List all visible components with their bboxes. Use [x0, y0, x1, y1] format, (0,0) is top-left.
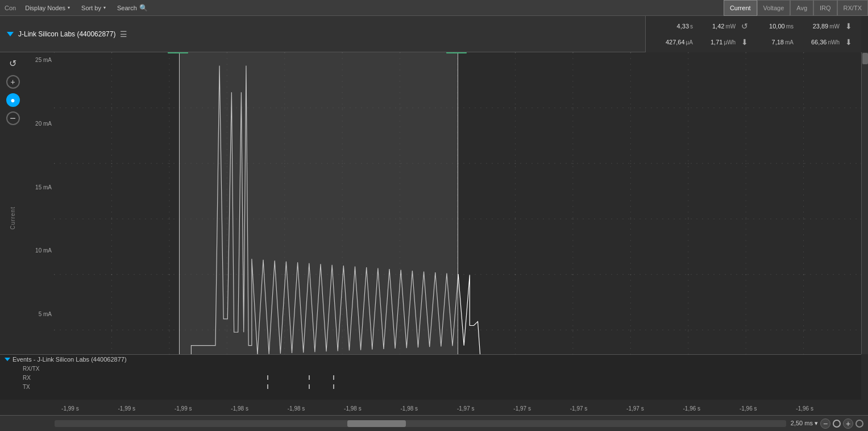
zoom-control: 2,50 ms ▾ − +: [791, 418, 863, 429]
tx-tick-1: [267, 384, 268, 389]
mode-current-btn[interactable]: Current: [724, 0, 757, 16]
device-collapse-btn[interactable]: [7, 32, 14, 36]
reset-zoom-btn[interactable]: ↺: [6, 57, 20, 71]
left-controls: ↺ + ● −: [0, 52, 26, 125]
x-label-12: -1,96 s: [740, 405, 757, 412]
x-label-9: -1,97 s: [570, 405, 588, 412]
display-nodes-btn[interactable]: Display Nodes ▾: [23, 3, 72, 13]
sort-by-chevron: ▾: [103, 5, 106, 10]
x-label-0: -1,99 s: [61, 405, 79, 412]
mode-rxtx-btn[interactable]: RX/TX: [837, 0, 868, 16]
toolbar: Con Display Nodes ▾ Sort by ▾ Search 🔍 C…: [0, 0, 868, 16]
search-icon: 🔍: [139, 4, 148, 12]
zoom-plus-btn[interactable]: +: [843, 418, 853, 429]
events-collapse-btn[interactable]: [5, 358, 10, 361]
stat-current2: 7,18mA: [755, 39, 794, 45]
events-header: Events - J-Link Silicon Labs (440062877): [0, 355, 861, 364]
tx-row: TX: [23, 382, 861, 391]
display-nodes-chevron: ▾: [68, 5, 70, 10]
x-label-8: -1,97 s: [513, 405, 531, 412]
x-label-10: -1,97 s: [626, 405, 644, 412]
x-label-5: -1,98 s: [344, 405, 362, 412]
events-bar: Events - J-Link Silicon Labs (440062877)…: [0, 354, 861, 400]
rxtx-label: RX/TX: [23, 366, 43, 372]
tx-label: TX: [23, 384, 34, 390]
stat-energy2: 66,36nWh: [797, 39, 840, 45]
reset-icon[interactable]: ↺: [739, 20, 750, 32]
chart-canvas[interactable]: -1,99 s -1,98 s: [0, 52, 861, 386]
x-label-7: -1,97 s: [457, 405, 475, 412]
zoom-level-label: 2,50 ms ▾: [791, 420, 818, 427]
bottom-bar: 2,50 ms ▾ − +: [0, 415, 868, 431]
x-label-13: -1,96 s: [796, 405, 813, 412]
rxtx-label-row: RX/TX: [23, 364, 861, 373]
stats-panel: 4,33s 1,42mW ↺ 10,00ms 23,89mW ⬇ 427,64µ…: [645, 16, 861, 52]
vertical-scrollbar-thumb[interactable]: [862, 53, 868, 64]
stat-duration: 4,33s: [651, 23, 693, 30]
x-label-6: -1,98 s: [401, 405, 418, 412]
rx-label: RX: [23, 375, 34, 381]
x-label-11: -1,96 s: [683, 405, 701, 412]
tx-tick-2: [309, 384, 310, 389]
mode-irq-btn[interactable]: IRQ: [813, 0, 837, 16]
sync-btn[interactable]: [855, 420, 863, 428]
rx-tick-2: [309, 375, 310, 380]
mode-voltage-btn[interactable]: Voltage: [757, 0, 791, 16]
con-label: Con: [5, 5, 16, 11]
device-name-label: J-Link Silicon Labs (440062877): [18, 30, 115, 38]
zoom-minus-btn[interactable]: −: [820, 418, 830, 429]
x-label-1: -1,99 s: [118, 405, 136, 412]
x-label-2: -1,99 s: [175, 405, 192, 412]
stat-power2: 23,89mW: [797, 23, 840, 30]
events-title: Events - J-Link Silicon Labs (440062877): [13, 356, 127, 363]
stat-current1: 427,64µA: [651, 39, 693, 45]
mode-buttons: Current Voltage Avg IRQ RX/TX: [724, 0, 868, 16]
download-icon[interactable]: ⬇: [739, 36, 750, 48]
tx-tick-3: [333, 384, 334, 389]
export1-icon[interactable]: ⬇: [843, 20, 854, 32]
device-header: J-Link Silicon Labs (440062877) ☰ 4,33s …: [0, 16, 861, 52]
drag-btn[interactable]: ●: [6, 93, 20, 107]
stat-power1: 1,42mW: [696, 23, 736, 30]
x-label-4: -1,98 s: [288, 405, 305, 412]
rx-row: RX: [23, 373, 861, 382]
rxtx-rows: RX/TX RX TX: [0, 364, 861, 391]
tx-ticks: [36, 384, 861, 389]
horizontal-scrollbar[interactable]: [55, 420, 786, 427]
horizontal-scrollbar-thumb[interactable]: [347, 420, 406, 427]
stat-time2: 10,00ms: [755, 23, 794, 30]
x-axis: -1,99 s -1,99 s -1,99 s -1,98 s -1,98 s …: [54, 403, 861, 414]
x-label-3: -1,98 s: [231, 405, 248, 412]
zoom-out-btn[interactable]: −: [6, 111, 20, 125]
main-area: J-Link Silicon Labs (440062877) ☰ 4,33s …: [0, 16, 868, 431]
device-settings-icon[interactable]: ☰: [120, 30, 127, 39]
mode-avg-btn[interactable]: Avg: [790, 0, 813, 16]
rx-tick-1: [267, 375, 268, 380]
export2-icon[interactable]: ⬇: [843, 36, 854, 48]
vertical-scrollbar[interactable]: [861, 52, 868, 354]
zoom-in-btn[interactable]: +: [6, 75, 20, 89]
search-btn[interactable]: Search 🔍: [115, 3, 150, 13]
zoom-circle[interactable]: [833, 420, 841, 428]
stat-energy1: 1,71µWh: [696, 39, 736, 45]
rx-ticks: [36, 375, 861, 380]
rx-tick-3: [333, 375, 334, 380]
sort-by-btn[interactable]: Sort by ▾: [79, 3, 108, 13]
